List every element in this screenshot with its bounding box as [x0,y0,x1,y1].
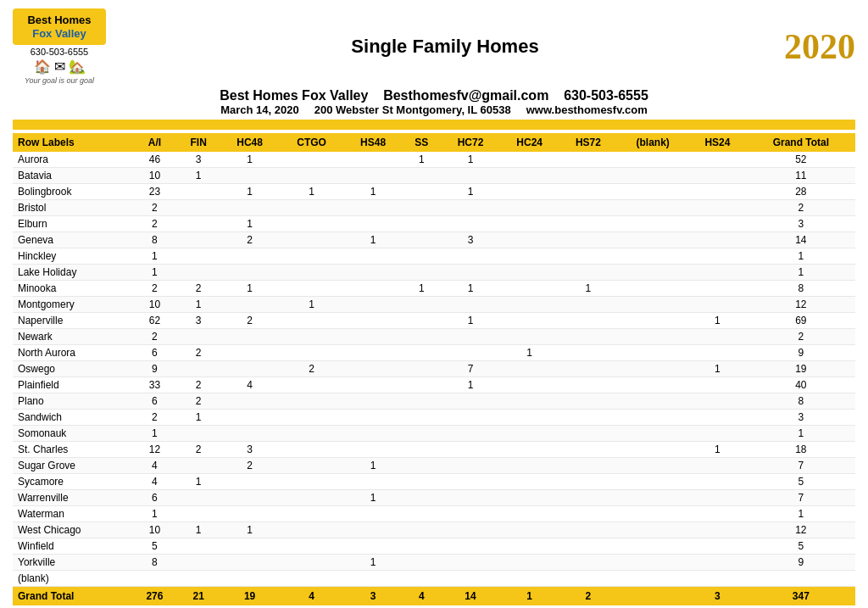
col-header-rowlabels: Row Labels [13,133,132,152]
cell-r17-c8 [500,426,559,442]
cell-r2-c11 [688,184,747,200]
contact-line1: Best Homes Fox Valley Besthomesfv@gmail.… [13,88,855,103]
cell-r3-c9 [559,200,618,216]
cell-r2-c9 [559,184,618,200]
cell-r22-c7 [441,506,500,522]
cell-r9-c4: 1 [279,297,343,313]
cell-r14-c2: 2 [177,377,220,393]
cell-r22-c10 [617,506,688,522]
email-icon: ✉ [54,59,65,75]
cell-r23-c6 [402,522,441,538]
cell-r17-c11 [688,426,747,442]
logo-box: Best Homes Fox Valley [13,8,106,45]
cell-r0-c10 [617,152,688,168]
cell-r18-c2: 2 [177,442,220,458]
table-row: Winfield55 [13,538,855,555]
cell-r19-c7 [441,458,500,474]
col-header-ss: SS [402,133,441,152]
cell-r19-c11 [688,458,747,474]
cell-r10-c5 [344,313,403,329]
cell-r10-c0: Naperville [13,313,132,329]
cell-r20-c3 [220,474,280,490]
cell-r23-c7 [441,522,500,538]
cell-r3-c12: 2 [747,200,855,216]
cell-r19-c6 [402,458,441,474]
house-icons: 🏠 ✉ 🏡 [34,59,86,75]
cell-r4-c6 [402,216,441,232]
cell-r21-c4 [279,490,343,506]
cell-r13-c7: 7 [441,361,500,377]
cell-r15-c6 [402,393,441,410]
cell-r15-c2: 2 [177,393,220,410]
cell-r24-c0: Winfield [13,538,132,555]
cell-r11-c4 [279,329,343,345]
cell-r8-c2: 2 [177,281,220,297]
cell-r13-c3 [220,361,280,377]
cell-r3-c0: Bristol [13,200,132,216]
cell-r21-c12: 7 [747,490,855,506]
footer-cell-2: 21 [177,587,220,606]
cell-r6-c1: 1 [132,248,176,265]
house-icon2: 🏡 [69,59,86,75]
cell-r5-c1: 8 [132,232,176,248]
cell-r14-c10 [617,377,688,393]
col-header-ai: A/I [132,133,176,152]
cell-r12-c4 [279,345,343,361]
cell-r19-c9 [559,458,618,474]
cell-r11-c2 [177,329,220,345]
table-row: Plano628 [13,393,855,410]
table-row: Waterman11 [13,506,855,522]
cell-r22-c6 [402,506,441,522]
cell-r8-c4 [279,281,343,297]
cell-r11-c9 [559,329,618,345]
cell-r7-c4 [279,265,343,281]
cell-r0-c12: 52 [747,152,855,168]
cell-r25-c4 [279,555,343,571]
cell-r9-c7 [441,297,500,313]
cell-r25-c0: Yorkville [13,555,132,571]
cell-r1-c7 [441,168,500,184]
cell-r16-c5 [344,410,403,426]
data-table: Row Labels A/I FIN HC48 CTGO HS48 SS HC7… [13,133,855,605]
table-row: Sycamore415 [13,474,855,490]
cell-r6-c10 [617,248,688,265]
cell-r26-c6 [402,571,441,587]
footer-cell-6: 4 [402,587,441,606]
cell-r11-c8 [500,329,559,345]
cell-r13-c8 [500,361,559,377]
cell-r23-c4 [279,522,343,538]
table-row: Naperville62321169 [13,313,855,329]
cell-r2-c5: 1 [344,184,403,200]
cell-r23-c8 [500,522,559,538]
cell-r20-c7 [441,474,500,490]
cell-r16-c3 [220,410,280,426]
cell-r16-c10 [617,410,688,426]
col-header-hs72: HS72 [559,133,618,152]
cell-r3-c10 [617,200,688,216]
tagline: Your goal is our goal [25,76,94,85]
cell-r15-c1: 6 [132,393,176,410]
cell-r20-c1: 4 [132,474,176,490]
cell-r19-c1: 4 [132,458,176,474]
cell-r24-c4 [279,538,343,555]
cell-r0-c8 [500,152,559,168]
cell-r3-c11 [688,200,747,216]
cell-r6-c12: 1 [747,248,855,265]
cell-r12-c2: 2 [177,345,220,361]
cell-r17-c12: 1 [747,426,855,442]
cell-r22-c11 [688,506,747,522]
footer-cell-12: 347 [747,587,855,606]
cell-r5-c2 [177,232,220,248]
table-row: Batavia10111 [13,168,855,184]
table-row: Oswego927119 [13,361,855,377]
cell-r18-c1: 12 [132,442,176,458]
cell-r17-c5 [344,426,403,442]
cell-r4-c2 [177,216,220,232]
cell-r9-c11 [688,297,747,313]
cell-r7-c9 [559,265,618,281]
cell-r10-c8 [500,313,559,329]
cell-r0-c3: 1 [220,152,280,168]
cell-r17-c1: 1 [132,426,176,442]
footer-cell-8: 1 [500,587,559,606]
cell-r12-c12: 9 [747,345,855,361]
